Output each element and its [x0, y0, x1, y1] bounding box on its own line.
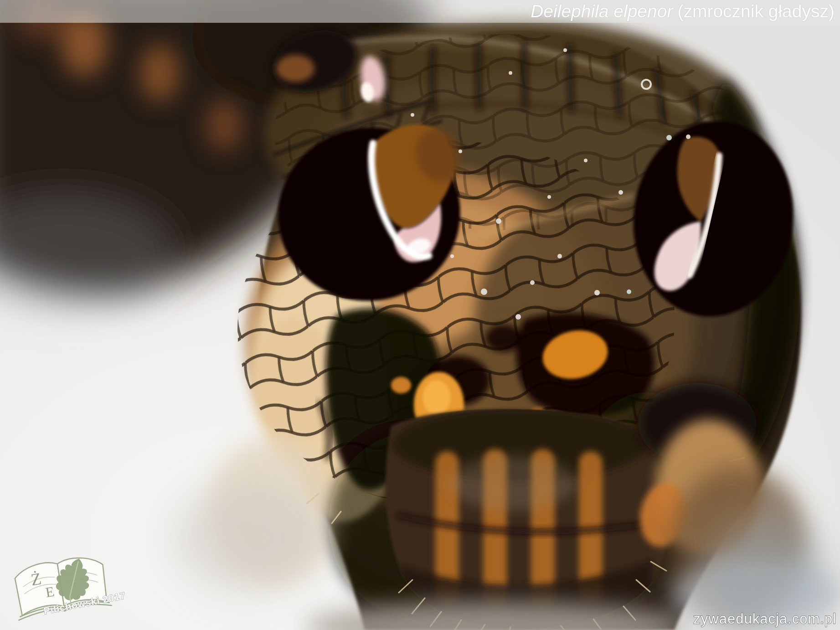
caterpillar-photo: [0, 0, 840, 630]
open-book-icon: [5, 537, 129, 630]
photo-page: Deilephila elpenor (zmrocznik gładysz) z…: [0, 0, 840, 630]
website-watermark: zywaedukacja.com.pl: [693, 611, 836, 627]
species-latin-name: Deilephila elpenor: [531, 0, 673, 23]
species-common-name: (zmrocznik gładysz): [677, 0, 835, 23]
logo-watermark: Ż E Pilichowski 2017: [5, 537, 129, 630]
caption-bar: Deilephila elpenor (zmrocznik gładysz): [0, 0, 840, 23]
